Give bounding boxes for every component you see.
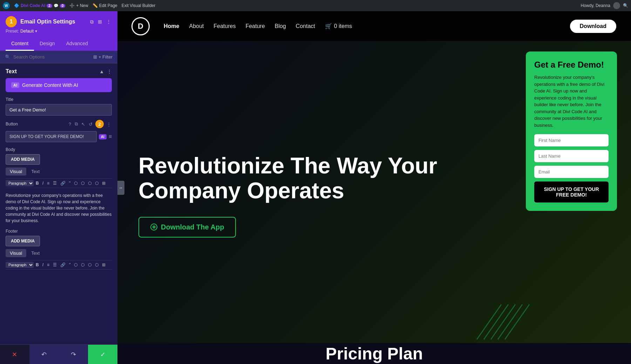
visual-tab[interactable]: Visual bbox=[6, 167, 26, 176]
quote-btn[interactable]: " bbox=[68, 180, 72, 186]
ai-icon: AI bbox=[11, 82, 19, 88]
site-logo: D bbox=[131, 17, 150, 35]
add-media-button[interactable]: ADD MEDIA bbox=[6, 154, 40, 165]
nav-item-features[interactable]: Features bbox=[213, 23, 236, 29]
link-btn[interactable]: 🔗 bbox=[59, 180, 67, 186]
table-btn[interactable]: ⊞ bbox=[101, 180, 107, 186]
footer-visual-tab[interactable]: Visual bbox=[6, 249, 26, 257]
site-menu: Home About Features Feature Blog Contact… bbox=[164, 23, 562, 29]
footer-align-left-btn[interactable]: ⬡ bbox=[73, 262, 79, 268]
footer-add-media-button[interactable]: ADD MEDIA bbox=[6, 236, 40, 246]
admin-bar-divi[interactable]: 🔷 Divi Code AI 2 💬 0 bbox=[14, 3, 65, 8]
section-collapse-icon[interactable]: ▲ bbox=[99, 69, 104, 74]
search-input[interactable] bbox=[13, 54, 90, 60]
redo-button[interactable]: ↷ bbox=[59, 345, 88, 364]
footer-align-justify-btn[interactable]: ⬡ bbox=[94, 262, 100, 268]
sidebar-icon-columns[interactable]: ⊞ bbox=[97, 18, 103, 25]
plus-icon: ➕ bbox=[69, 3, 75, 8]
title-input[interactable] bbox=[6, 104, 112, 116]
ol-btn[interactable]: ☰ bbox=[52, 180, 58, 186]
align-left-btn[interactable]: ⬡ bbox=[73, 180, 79, 186]
footer-bold-btn[interactable]: B bbox=[34, 262, 40, 268]
admin-bar-search-icon[interactable]: 🔍 bbox=[623, 3, 628, 8]
footer-italic-btn[interactable]: I bbox=[41, 262, 45, 268]
footer-align-center-btn[interactable]: ⬡ bbox=[80, 262, 86, 268]
filter-button[interactable]: ⊞ + Filter bbox=[93, 54, 113, 60]
sidebar-icon-copy[interactable]: ⧉ bbox=[89, 18, 94, 26]
footer-ul-btn[interactable]: ≡ bbox=[46, 262, 51, 268]
save-button[interactable]: ✓ bbox=[88, 345, 117, 364]
footer-quote-btn[interactable]: " bbox=[68, 262, 72, 268]
sidebar-bottom: ✕ ↶ ↷ ✓ bbox=[0, 344, 117, 364]
button-copy-icon[interactable]: ⧉ bbox=[74, 121, 79, 128]
text-section-title: Text bbox=[6, 68, 17, 75]
hero-left: Revolutionize The Way Your Company Opera… bbox=[117, 41, 526, 343]
demo-lastname-input[interactable] bbox=[534, 150, 609, 162]
collapse-arrow-icon: ↔ bbox=[119, 185, 123, 190]
pricing-section: Pricing Plan bbox=[117, 343, 631, 364]
tab-content[interactable]: Content bbox=[6, 37, 34, 51]
svg-line-0 bbox=[477, 304, 501, 339]
admin-bar-right: Howdy, Deanna 🔍 bbox=[581, 2, 629, 9]
footer-paragraph-select[interactable]: Paragraph bbox=[6, 262, 34, 268]
bold-btn[interactable]: B bbox=[34, 180, 40, 186]
align-center-btn[interactable]: ⬡ bbox=[80, 180, 86, 186]
align-right-btn[interactable]: ⬡ bbox=[87, 180, 93, 186]
tab-design[interactable]: Design bbox=[34, 37, 61, 51]
italic-btn[interactable]: I bbox=[41, 180, 45, 186]
undo-icon: ↶ bbox=[41, 351, 47, 358]
demo-firstname-input[interactable] bbox=[534, 134, 609, 146]
nav-item-home[interactable]: Home bbox=[164, 23, 179, 29]
demo-card-body: Revolutionize your company's operations … bbox=[534, 74, 609, 129]
footer-ol-btn[interactable]: ☰ bbox=[52, 262, 58, 268]
tab-advanced[interactable]: Advanced bbox=[61, 37, 94, 51]
nav-cart[interactable]: 🛒 0 items bbox=[325, 23, 352, 29]
button-help-icon[interactable]: ? bbox=[68, 121, 72, 128]
site-download-button[interactable]: Download bbox=[569, 19, 617, 34]
button-cursor-icon[interactable]: ↖ bbox=[81, 121, 86, 128]
admin-bar-wp[interactable]: W bbox=[3, 2, 10, 9]
admin-bar-builder[interactable]: Exit Visual Builder bbox=[122, 3, 156, 8]
svg-line-1 bbox=[484, 304, 508, 339]
button-ai-tag[interactable]: AI bbox=[99, 134, 107, 139]
nav-item-contact[interactable]: Contact bbox=[296, 23, 315, 29]
button-input[interactable] bbox=[6, 131, 97, 142]
admin-bar-edit[interactable]: ✏️ Edit Page bbox=[93, 3, 117, 8]
body-editor-toolbar: Paragraph B I ≡ ☰ 🔗 " ⬡ ⬡ ⬡ ⬡ ⊞ bbox=[6, 178, 112, 188]
footer-table-btn[interactable]: ⊞ bbox=[101, 262, 107, 268]
sidebar-collapse-handle[interactable]: ↔ bbox=[117, 181, 124, 195]
button-more-icon[interactable]: ⋮ bbox=[106, 121, 112, 128]
demo-email-input[interactable] bbox=[534, 166, 609, 178]
footer-link-btn[interactable]: 🔗 bbox=[59, 262, 67, 268]
nav-item-blog[interactable]: Blog bbox=[275, 23, 286, 29]
nav-item-feature[interactable]: Feature bbox=[245, 23, 265, 29]
hero-download-button[interactable]: ⊕ Download The App bbox=[138, 217, 236, 238]
paragraph-select[interactable]: Paragraph bbox=[6, 180, 34, 186]
ul-btn[interactable]: ≡ bbox=[46, 180, 51, 186]
wordpress-icon: W bbox=[3, 2, 10, 9]
title-field-label: Title bbox=[6, 97, 112, 102]
align-justify-btn[interactable]: ⬡ bbox=[94, 180, 100, 186]
sidebar: 1 Email Optin Settings ⧉ ⊞ ⋮ Preset: Def… bbox=[0, 11, 117, 364]
admin-bar-new[interactable]: ➕ + New bbox=[69, 3, 88, 8]
sidebar-icon-more[interactable]: ⋮ bbox=[106, 18, 112, 25]
demo-submit-button[interactable]: SIGN UP TO GET YOUR FREE DEMO! bbox=[534, 181, 609, 202]
generate-content-button[interactable]: AI Generate Content With AI bbox=[6, 78, 112, 92]
button-lines-icon[interactable]: ≡ bbox=[109, 133, 112, 140]
footer-align-right-btn[interactable]: ⬡ bbox=[87, 262, 93, 268]
footer-text-tab[interactable]: Text bbox=[27, 249, 44, 257]
section-more-icon[interactable]: ⋮ bbox=[107, 69, 112, 74]
text-tab[interactable]: Text bbox=[27, 167, 44, 176]
nav-item-about[interactable]: About bbox=[189, 23, 204, 29]
svg-line-3 bbox=[498, 304, 522, 339]
cancel-icon: ✕ bbox=[12, 351, 17, 358]
button-label-row: Button ? ⧉ ↖ ↺ 2 ⋮ bbox=[0, 120, 117, 131]
body-editor-content[interactable]: Revolutionize your company's operations … bbox=[6, 190, 112, 226]
preview-area: D Home About Features Feature Blog Conta… bbox=[117, 11, 631, 364]
cancel-button[interactable]: ✕ bbox=[0, 345, 29, 364]
green-lines-decoration bbox=[470, 301, 540, 343]
button-field-icons: ? ⧉ ↖ ↺ 2 ⋮ bbox=[68, 120, 112, 128]
undo-button[interactable]: ↶ bbox=[29, 345, 59, 364]
button-undo-icon[interactable]: ↺ bbox=[88, 121, 93, 128]
badge-1: 1 bbox=[6, 16, 17, 27]
